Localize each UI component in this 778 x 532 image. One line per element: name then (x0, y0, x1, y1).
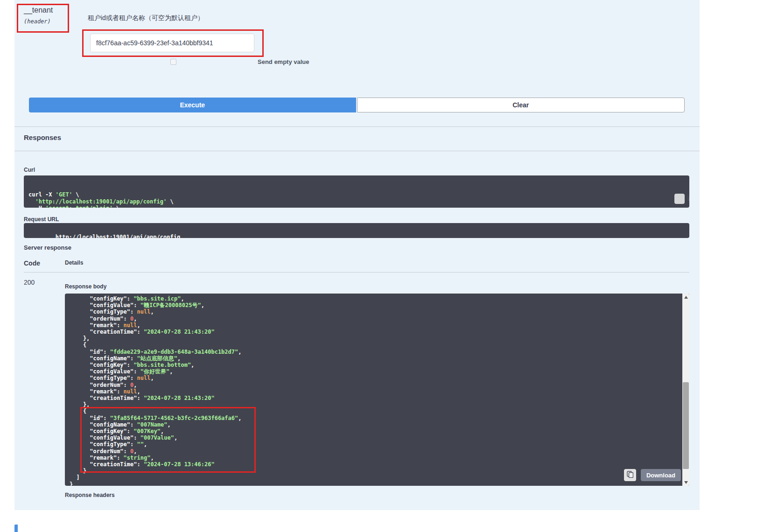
next-opblock-edge (14, 525, 18, 532)
parameter-value-cell: 租户id或者租户名称（可空为默认租户） Send empty value (82, 5, 690, 65)
curl-label: Curl (24, 167, 689, 173)
arrow-up-icon[interactable] (682, 294, 689, 301)
parameter-input-wrap (90, 34, 254, 52)
parameter-name: __tenant (24, 5, 82, 14)
response-row-200: 200 Response body "configKey": "bbs.site… (24, 273, 689, 498)
clear-button[interactable]: Clear (357, 98, 685, 112)
responses-section-header: Responses (14, 126, 700, 151)
responses-title: Responses (24, 133, 690, 142)
responses-section-body: Curl curl -X 'GET' \ 'http://localhost:1… (14, 167, 700, 498)
copy-response-button[interactable] (624, 469, 636, 481)
request-url-label: Request URL (24, 216, 689, 223)
server-response-label: Server response (24, 244, 689, 251)
response-table-header: Code Details (24, 259, 689, 273)
send-empty-value-row: Send empty value (90, 58, 690, 65)
response-body-block: "configKey": "bbs.site.icp", "configValu… (65, 294, 689, 486)
download-button[interactable]: Download (641, 469, 681, 481)
response-body-actions: Download (624, 469, 681, 481)
request-url-block: http://localhost:19001/api/app/config (24, 223, 689, 238)
execute-button[interactable]: Execute (29, 98, 356, 112)
code-column-header: Code (24, 259, 65, 267)
curl-code: curl -X 'GET' \ 'http://localhost:19001/… (28, 191, 685, 208)
arrow-down-icon[interactable] (682, 479, 689, 486)
send-empty-value-label: Send empty value (258, 58, 309, 65)
details-column-header: Details (65, 259, 83, 267)
parameter-location: (header) (24, 18, 82, 25)
curl-code-block: curl -X 'GET' \ 'http://localhost:19001/… (24, 175, 689, 208)
get-operation-panel: __tenant (header) 租户id或者租户名称（可空为默认租户） Se… (14, 0, 700, 510)
clipboard-icon (627, 471, 633, 479)
status-code: 200 (24, 279, 65, 498)
response-details-cell: Response body "configKey": "bbs.site.icp… (65, 279, 689, 498)
send-empty-value-checkbox[interactable] (170, 59, 176, 65)
scrollbar-thumb[interactable] (683, 382, 689, 469)
clipboard-icon (666, 188, 689, 208)
copy-curl-button[interactable] (674, 194, 685, 204)
parameter-name-cell: __tenant (header) (24, 5, 82, 65)
response-body-code: "configKey": "bbs.site.icp", "configValu… (65, 294, 689, 486)
parameter-row-tenant: __tenant (header) 租户id或者租户名称（可空为默认租户） Se… (14, 0, 700, 65)
response-body-label: Response body (65, 283, 689, 290)
swagger-ui-page: __tenant (header) 租户id或者租户名称（可空为默认租户） Se… (0, 0, 778, 532)
response-headers-label: Response headers (65, 492, 689, 498)
request-url-value: http://localhost:19001/api/app/config (56, 234, 180, 238)
execute-row: Execute Clear (29, 98, 685, 112)
parameter-description: 租户id或者租户名称（可空为默认租户） (88, 14, 690, 22)
tenant-value-input[interactable] (90, 34, 254, 52)
response-body-scrollbar[interactable] (682, 294, 689, 486)
